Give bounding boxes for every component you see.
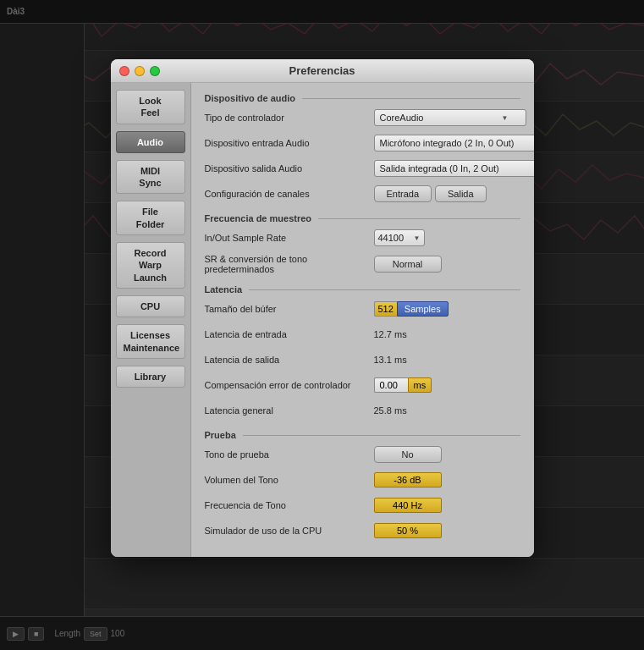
channel-config-control: Entrada Salida [374,185,520,202]
test-tone-label: Tono de prueba [205,449,374,460]
test-tone-control: No [374,446,520,463]
sample-rate-value: 44100 [378,233,405,243]
sample-rate-arrow: ▼ [414,234,421,242]
buffer-size-label-unit[interactable]: Samples [397,301,449,317]
sample-rate-dropdown[interactable]: 44100 ▼ [374,229,425,246]
buffer-size-label: Tamaño del búfer [205,304,374,314]
buffer-size-input-group: 512 Samples [374,301,449,317]
cpu-simulator-label: Simulador de uso de la CPU [205,526,374,536]
driver-error-label: Compensación error de controlador [205,380,374,390]
channel-config-row: Configuración de canales Entrada Salida [205,185,520,203]
test-line [243,435,520,436]
tone-volume-input[interactable]: -36 dB [374,472,442,488]
preferences-window: Preferencias LookFeel Audio MIDISync Fil… [111,59,534,557]
output-latency-row: Latencia de salida 13.1 ms [205,350,520,369]
overall-latency-label: Latencia general [205,405,374,416]
latency-title-row: Latencia [205,284,520,295]
audio-device-title: Dispositivo de audio [205,93,296,103]
overall-latency-control: 25.8 ms [374,405,520,416]
input-latency-label: Latencia de entrada [205,329,374,339]
output-latency-value: 13.1 ms [374,355,407,365]
maximize-button[interactable] [150,66,160,76]
sample-rate-row: In/Out Sample Rate 44100 ▼ [205,229,520,247]
sidebar-item-midi-sync[interactable]: MIDISync [116,160,185,195]
test-tone-button[interactable]: No [374,446,442,463]
input-device-control: Micrófono integrado (2 In, 0 Out) ▼ [374,135,534,151]
entrada-button[interactable]: Entrada [374,185,432,202]
modal-overlay: Preferencias LookFeel Audio MIDISync Fil… [0,0,644,650]
sample-rate-label: In/Out Sample Rate [205,233,374,243]
window-content: LookFeel Audio MIDISync FileFolder Recor… [111,83,534,557]
output-device-control: Salida integrada (0 In, 2 Out) ▼ [374,160,534,177]
input-device-value: Micrófono integrado (2 In, 0 Out) [380,138,515,148]
latency-title: Latencia [205,284,243,295]
minimize-button[interactable] [135,66,145,76]
controller-type-label: Tipo de controlador [205,113,374,123]
window-title: Preferencias [289,64,355,77]
sidebar-item-audio[interactable]: Audio [116,131,185,153]
channel-config-label: Configuración de canales [205,189,374,199]
input-latency-control: 12.7 ms [374,329,520,339]
input-latency-value: 12.7 ms [374,329,407,339]
window-buttons [119,66,160,76]
audio-device-line [302,98,520,99]
driver-error-unit: ms [408,377,432,393]
sidebar-item-file-folder[interactable]: FileFolder [116,201,185,235]
controller-type-value: CoreAudio [380,113,424,123]
latency-section: Latencia Tamaño del búfer 512 Samples [205,284,520,420]
tone-frequency-label: Frecuencia de Tono [205,500,374,510]
test-title-row: Prueba [205,430,520,440]
sample-rate-title: Frecuencia de muestreo [205,213,312,223]
driver-error-row: Compensación error de controlador 0.00 m… [205,376,520,394]
output-device-value: Salida integrada (0 In, 2 Out) [380,163,499,174]
output-device-label: Dispositivo salida Audio [205,163,374,174]
overall-latency-value: 25.8 ms [374,405,407,416]
sidebar-item-record-warp-launch[interactable]: RecordWarpLaunch [116,242,185,289]
sr-conversion-dropdown[interactable]: Normal [374,256,442,273]
sidebar-item-cpu[interactable]: CPU [116,295,185,317]
test-section: Prueba Tono de prueba No Volumen del Ton… [205,430,520,540]
tone-frequency-row: Frecuencia de Tono 440 Hz [205,496,520,515]
buffer-size-control: 512 Samples [374,301,520,317]
buffer-size-row: Tamaño del búfer 512 Samples [205,300,520,318]
latency-line [249,289,520,290]
tone-frequency-input[interactable]: 440 Hz [374,498,442,513]
driver-error-control: 0.00 ms [374,377,520,393]
sample-rate-section: Frecuencia de muestreo In/Out Sample Rat… [205,213,520,274]
output-device-row: Dispositivo salida Audio Salida integrad… [205,159,520,178]
overall-latency-row: Latencia general 25.8 ms [205,401,520,420]
output-latency-label: Latencia de salida [205,355,374,365]
input-device-dropdown[interactable]: Micrófono integrado (2 In, 0 Out) ▼ [374,135,534,151]
salida-button[interactable]: Salida [435,185,487,202]
tone-volume-label: Volumen del Tono [205,475,374,485]
input-device-row: Dispositivo entrada Audio Micrófono inte… [205,134,520,152]
sr-conversion-row: SR & conversión de tono predeterminados … [205,254,520,274]
controller-type-dropdown[interactable]: CoreAudio ▼ [374,109,526,126]
sidebar-item-library[interactable]: Library [116,366,185,388]
sidebar-item-look-feel[interactable]: LookFeel [116,90,185,124]
output-device-dropdown[interactable]: Salida integrada (0 In, 2 Out) ▼ [374,160,534,177]
controller-type-control: CoreAudio ▼ [374,109,526,126]
sidebar-item-licenses-maintenance[interactable]: LicensesMaintenance [116,324,185,359]
output-latency-control: 13.1 ms [374,355,520,365]
sr-conversion-control: Normal [374,256,520,273]
audio-device-title-row: Dispositivo de audio [205,93,520,103]
input-device-label: Dispositivo entrada Audio [205,138,374,148]
driver-error-num[interactable]: 0.00 [374,377,408,393]
audio-device-section: Dispositivo de audio Tipo de controlador… [205,93,520,203]
sidebar: LookFeel Audio MIDISync FileFolder Recor… [111,83,191,557]
cpu-simulator-input[interactable]: 50 % [374,523,442,538]
title-bar: Preferencias [111,59,534,83]
sample-rate-line [318,218,520,219]
controller-type-arrow: ▼ [502,114,509,122]
controller-type-row: Tipo de controlador CoreAudio ▼ [205,108,520,127]
close-button[interactable] [119,66,129,76]
cpu-simulator-control: 50 % [374,523,520,538]
test-title: Prueba [205,430,236,440]
cpu-simulator-row: Simulador de uso de la CPU 50 % [205,521,520,540]
buffer-size-num[interactable]: 512 [374,301,397,317]
main-content: Dispositivo de audio Tipo de controlador… [191,83,534,557]
tone-volume-control: -36 dB [374,472,520,488]
sample-rate-title-row: Frecuencia de muestreo [205,213,520,223]
driver-error-input-group: 0.00 ms [374,377,432,393]
